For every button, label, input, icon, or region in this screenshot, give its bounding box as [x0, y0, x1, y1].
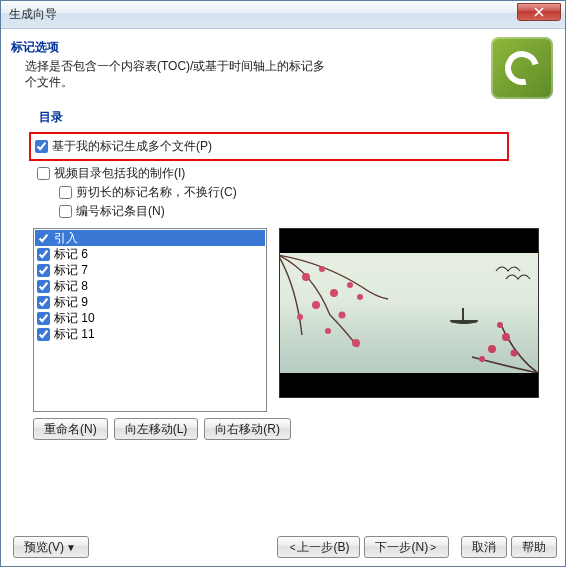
move-right-button[interactable]: 向右移动(R): [204, 418, 291, 440]
marker-checkbox[interactable]: [37, 232, 50, 245]
checkbox-number-entries[interactable]: [59, 205, 72, 218]
marker-label: 标记 11: [54, 326, 95, 343]
label-generate-multi: 基于我的标记生成多个文件(P): [52, 138, 212, 155]
next-button[interactable]: 下一步(N)>: [364, 536, 449, 558]
svg-point-4: [312, 301, 320, 309]
highlighted-option: 基于我的标记生成多个文件(P): [29, 132, 509, 161]
titlebar: 生成向导: [1, 1, 565, 29]
marker-checkbox[interactable]: [37, 264, 50, 277]
option-include-production[interactable]: 视频目录包括我的制作(I): [37, 165, 557, 182]
svg-point-7: [357, 294, 363, 300]
marker-item[interactable]: 引入: [35, 230, 265, 246]
blossom-art-left: [279, 247, 392, 357]
app-logo: [491, 37, 553, 99]
checkbox-include-production[interactable]: [37, 167, 50, 180]
rename-button[interactable]: 重命名(N): [33, 418, 108, 440]
footer: 预览(V)▼ <上一步(B) 下一步(N)> 取消 帮助: [9, 536, 557, 558]
chevron-left-icon: <: [290, 542, 296, 553]
marker-checkbox[interactable]: [37, 248, 50, 261]
list-button-row: 重命名(N) 向左移动(L) 向右移动(R): [33, 418, 557, 440]
cancel-button[interactable]: 取消: [461, 536, 507, 558]
svg-point-8: [325, 328, 331, 334]
close-button[interactable]: [517, 3, 561, 21]
option-generate-multi[interactable]: 基于我的标记生成多个文件(P): [35, 138, 503, 155]
dropdown-icon: ▼: [66, 542, 76, 553]
svg-point-6: [339, 312, 346, 319]
svg-point-3: [347, 282, 353, 288]
video-preview: [279, 228, 539, 398]
preview-button[interactable]: 预览(V)▼: [13, 536, 89, 558]
move-left-button[interactable]: 向左移动(L): [114, 418, 199, 440]
svg-point-9: [352, 339, 360, 347]
marker-item[interactable]: 标记 11: [35, 326, 265, 342]
blossom-art-right: [462, 297, 539, 377]
back-button[interactable]: <上一步(B): [277, 536, 361, 558]
marker-item[interactable]: 标记 7: [35, 262, 265, 278]
chevron-right-icon: >: [430, 542, 436, 553]
marker-checkbox[interactable]: [37, 328, 50, 341]
checkbox-trim-names[interactable]: [59, 186, 72, 199]
svg-point-5: [297, 314, 303, 320]
marker-item[interactable]: 标记 9: [35, 294, 265, 310]
label-number-entries: 编号标记条目(N): [76, 203, 165, 220]
marker-label: 标记 8: [54, 278, 88, 295]
marker-checkbox[interactable]: [37, 312, 50, 325]
checkbox-generate-multi[interactable]: [35, 140, 48, 153]
svg-point-12: [511, 350, 518, 357]
marker-checkbox[interactable]: [37, 280, 50, 293]
client-area: 标记选项 选择是否包含一个内容表(TOC)/或基于时间轴上的标记多个文件。 目录…: [1, 29, 565, 566]
svg-point-1: [319, 266, 325, 272]
header-description: 选择是否包含一个内容表(TOC)/或基于时间轴上的标记多个文件。: [25, 58, 335, 90]
marker-item[interactable]: 标记 6: [35, 246, 265, 262]
option-trim-names[interactable]: 剪切长的标记名称，不换行(C): [59, 184, 557, 201]
help-button[interactable]: 帮助: [511, 536, 557, 558]
label-trim-names: 剪切长的标记名称，不换行(C): [76, 184, 237, 201]
marker-item[interactable]: 标记 8: [35, 278, 265, 294]
header: 标记选项 选择是否包含一个内容表(TOC)/或基于时间轴上的标记多个文件。: [11, 37, 557, 99]
birds-art: [492, 259, 532, 289]
marker-checkbox[interactable]: [37, 296, 50, 309]
label-include-production: 视频目录包括我的制作(I): [54, 165, 185, 182]
svg-point-11: [488, 345, 496, 353]
section-directory-label: 目录: [39, 109, 557, 126]
window-title: 生成向导: [9, 6, 517, 23]
svg-point-14: [497, 322, 503, 328]
marker-label: 标记 6: [54, 246, 88, 263]
svg-point-10: [502, 333, 510, 341]
marker-label: 标记 10: [54, 310, 95, 327]
header-text: 标记选项 选择是否包含一个内容表(TOC)/或基于时间轴上的标记多个文件。: [11, 37, 483, 99]
svg-point-13: [479, 356, 485, 362]
marker-label: 标记 9: [54, 294, 88, 311]
mid-row: 引入标记 6标记 7标记 8标记 9标记 10标记 11: [33, 228, 557, 412]
svg-point-2: [330, 289, 338, 297]
marker-item[interactable]: 标记 10: [35, 310, 265, 326]
close-icon: [534, 7, 544, 17]
markers-listbox[interactable]: 引入标记 6标记 7标记 8标记 9标记 10标记 11: [33, 228, 267, 412]
marker-label: 引入: [54, 230, 78, 247]
svg-point-0: [302, 273, 310, 281]
boat-art: [450, 318, 478, 324]
marker-label: 标记 7: [54, 262, 88, 279]
wizard-window: 生成向导 标记选项 选择是否包含一个内容表(TOC)/或基于时间轴上的标记多个文…: [0, 0, 566, 567]
header-title: 标记选项: [11, 39, 483, 56]
option-number-entries[interactable]: 编号标记条目(N): [59, 203, 557, 220]
